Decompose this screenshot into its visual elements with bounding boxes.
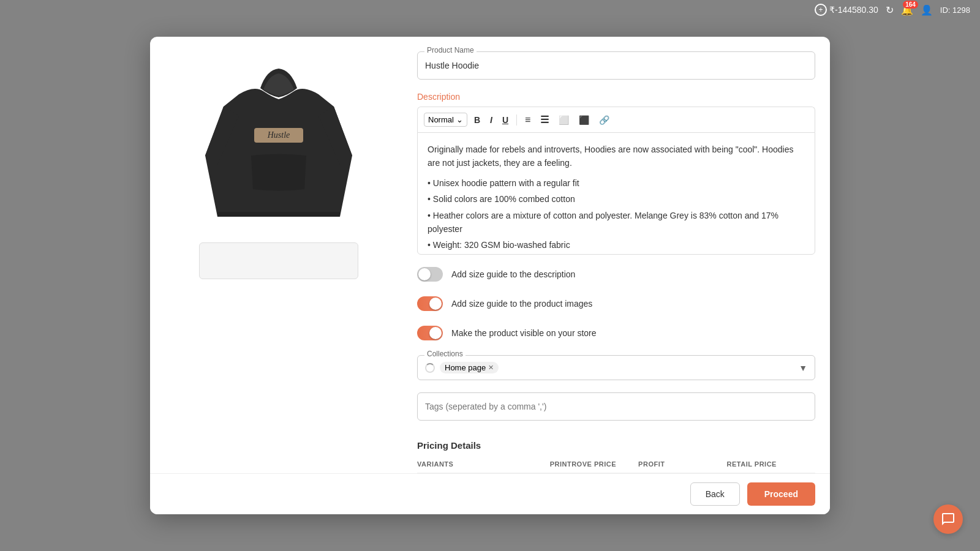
- editor-toolbar: Normal ⌄ B I U ≡ ☰ ⬜ ⬛ 🔗: [417, 107, 815, 132]
- italic-button[interactable]: I: [487, 113, 496, 127]
- chat-icon: [941, 512, 956, 527]
- description-bullet-3: Heather colors are a mixture of cotton a…: [428, 208, 805, 238]
- toggle-row-visible: Make the product visible on your store: [417, 326, 815, 340]
- toggle-product-visible[interactable]: [417, 326, 443, 340]
- description-list: Unisex hoodie pattern with a regular fit…: [428, 175, 805, 255]
- ordered-list-button[interactable]: ≡: [522, 113, 533, 127]
- toggle-size-desc-label: Add size guide to the description: [451, 269, 575, 279]
- style-select[interactable]: Normal ⌄: [424, 113, 467, 127]
- tags-input[interactable]: [417, 392, 815, 421]
- description-bullet-4: Weight: 320 GSM bio-washed fabric: [428, 237, 805, 253]
- toggle-row-size-images: Add size guide to the product images: [417, 296, 815, 311]
- toggle-size-images-label: Add size guide to the product images: [451, 299, 592, 309]
- product-image-panel: Hustle: [150, 37, 407, 473]
- thumbnail-strip: [199, 242, 358, 279]
- plus-icon[interactable]: +: [815, 4, 827, 16]
- description-bullet-5: Made by Printove...: [428, 253, 805, 255]
- collections-dropdown-arrow: ▼: [799, 363, 807, 373]
- align-right-button[interactable]: ⬛: [576, 113, 592, 127]
- description-label: Description: [417, 92, 815, 102]
- toggle-row-size-desc: Add size guide to the description: [417, 267, 815, 282]
- underline-button[interactable]: U: [499, 113, 511, 127]
- col-header-profit: PROFIT: [638, 460, 726, 468]
- style-select-arrow: ⌄: [456, 115, 463, 124]
- top-bar: + ₹-144580.30 ↻ 🔔 164 👤 ID: 1298: [805, 0, 980, 20]
- col-header-printrove: PRINTROVE PRICE: [550, 460, 638, 468]
- notification-badge: 164: [903, 1, 918, 9]
- description-para: Originally made for rebels and introvert…: [428, 143, 805, 170]
- refresh-icon[interactable]: ↻: [886, 4, 894, 16]
- collections-select[interactable]: Home page ✕ ▼: [417, 355, 815, 380]
- pricing-table-header: VARIANTS PRINTROVE PRICE PROFIT RETAIL P…: [417, 460, 815, 473]
- toolbar-divider-1: [516, 114, 517, 126]
- chip-close-icon[interactable]: ✕: [488, 364, 494, 372]
- proceed-button[interactable]: Proceed: [747, 482, 815, 506]
- collections-chip: Home page ✕: [440, 362, 499, 373]
- product-name-label: Product Name: [424, 46, 477, 54]
- product-modal: Hustle Product Name Description: [150, 37, 830, 514]
- balance-value: ₹-144580.30: [829, 5, 878, 15]
- toggle-size-guide-images[interactable]: [417, 296, 443, 311]
- toggle-knob-size-images: [429, 298, 442, 310]
- collections-chip-text: Home page: [445, 363, 486, 372]
- collections-label: Collections: [424, 350, 466, 358]
- user-id: ID: 1298: [940, 6, 970, 15]
- modal-footer: Back Proceed: [150, 473, 830, 514]
- notifications[interactable]: 🔔 164: [901, 4, 913, 16]
- bold-button[interactable]: B: [471, 113, 483, 127]
- product-name-input[interactable]: [417, 51, 815, 80]
- pricing-section: Pricing Details VARIANTS PRINTROVE PRICE…: [417, 435, 815, 473]
- svg-rect-2: [217, 212, 340, 217]
- unordered-list-button[interactable]: ☰: [537, 112, 552, 127]
- description-bullet-1: Unisex hoodie pattern with a regular fit: [428, 175, 805, 191]
- col-header-variants: VARIANTS: [417, 460, 550, 468]
- hoodie-svg: Hustle: [205, 58, 352, 229]
- toggle-visible-label: Make the product visible on your store: [451, 328, 597, 338]
- col-header-retail: RETAIL PRICE: [727, 460, 815, 468]
- pricing-title: Pricing Details: [417, 440, 815, 451]
- toggle-knob-size-desc: [418, 268, 431, 280]
- chat-button[interactable]: [933, 504, 963, 534]
- product-name-field: Product Name: [417, 51, 815, 80]
- balance-display: + ₹-144580.30: [815, 4, 878, 16]
- form-panel: Product Name Description Normal ⌄ B I U: [407, 37, 830, 473]
- toggle-size-guide-desc[interactable]: [417, 267, 443, 282]
- link-button[interactable]: 🔗: [596, 113, 612, 127]
- style-select-value: Normal: [428, 115, 454, 124]
- product-image-main: Hustle: [193, 51, 364, 235]
- toggle-knob-visible: [429, 327, 442, 339]
- collections-spinner: [425, 363, 435, 373]
- collections-field: Collections Home page ✕ ▼: [417, 355, 815, 380]
- align-left-button[interactable]: ⬜: [556, 113, 572, 127]
- description-bullet-2: Solid colors are 100% combed cotton: [428, 191, 805, 207]
- description-editor[interactable]: Originally made for rebels and introvert…: [417, 132, 815, 255]
- back-button[interactable]: Back: [690, 482, 740, 506]
- modal-overlay: Hustle Product Name Description: [0, 0, 980, 551]
- user-icon[interactable]: 👤: [921, 4, 933, 16]
- svg-text:Hustle: Hustle: [267, 130, 290, 140]
